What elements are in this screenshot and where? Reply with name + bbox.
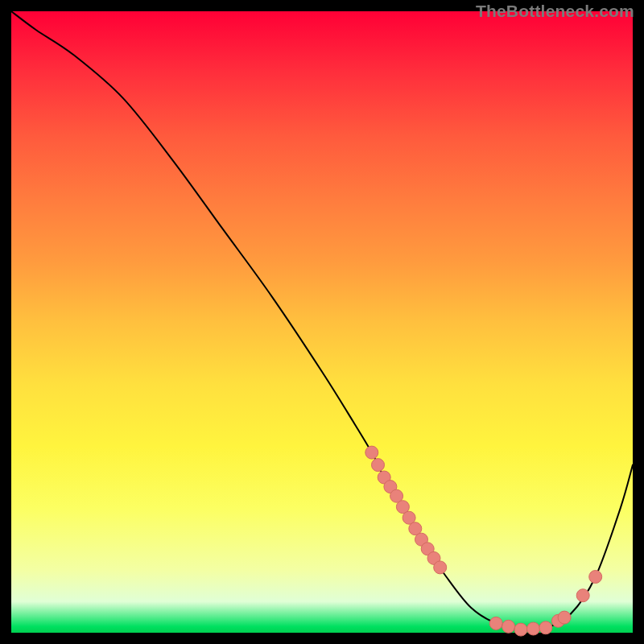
curve-dot (365, 446, 378, 459)
curve-dots-group (365, 446, 602, 636)
curve-dot (558, 611, 571, 624)
curve-dot (576, 589, 589, 602)
bottleneck-curve (11, 11, 633, 630)
curve-dot (539, 621, 552, 634)
curve-dot (502, 620, 515, 633)
curve-dot (527, 622, 540, 635)
curve-dot (589, 571, 602, 584)
curve-dot (514, 623, 527, 636)
curve-dot (372, 459, 385, 472)
chart-root: TheBottleneck.com (0, 0, 644, 644)
curve-dot (489, 617, 502, 630)
curve-dot (434, 561, 447, 574)
attribution-text: TheBottleneck.com (476, 2, 634, 21)
curve-layer (11, 11, 633, 633)
